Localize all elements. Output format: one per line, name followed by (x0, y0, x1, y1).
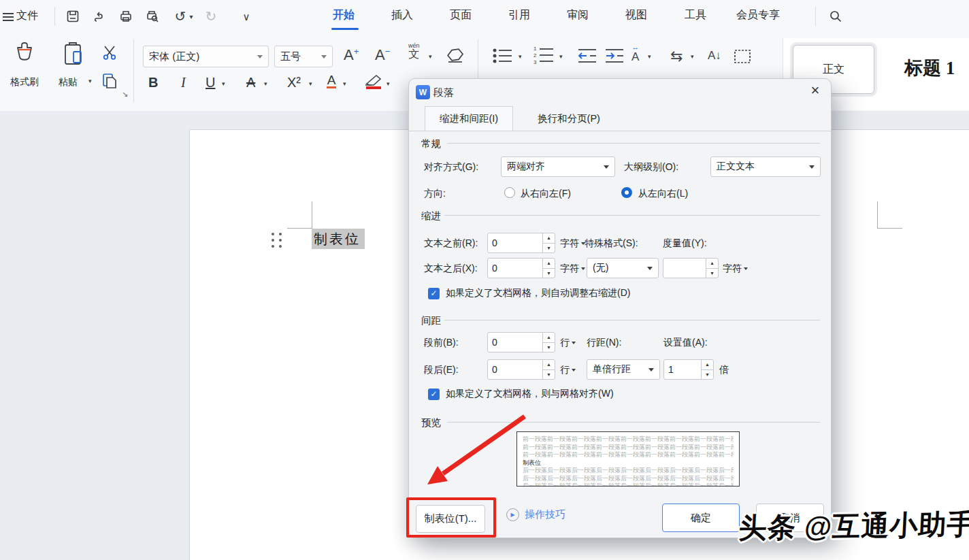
export-pdf-icon[interactable] (90, 7, 109, 26)
bold-icon[interactable]: B (148, 75, 158, 90)
indent-after-value[interactable] (488, 259, 542, 278)
highlight-icon[interactable] (365, 73, 382, 89)
radio-rtl[interactable] (504, 187, 515, 198)
text-direction-icon[interactable]: ⇆ (670, 48, 683, 65)
spin-up-icon[interactable]: ▲ (543, 333, 555, 343)
tab-reference[interactable]: 引用 (508, 8, 530, 22)
underline-icon[interactable]: U (206, 75, 215, 90)
numbered-list-dropdown-icon[interactable]: ▾ (559, 53, 563, 60)
spin-down-icon[interactable]: ▼ (543, 370, 555, 380)
space-after-unit-dropdown[interactable]: 行 (560, 364, 576, 376)
indent-before-unit-dropdown[interactable]: 字符 (560, 237, 585, 250)
spin-up-icon[interactable]: ▲ (543, 233, 555, 244)
space-before-value[interactable] (488, 333, 542, 352)
increase-indent-icon[interactable] (604, 48, 625, 67)
format-painter-label[interactable]: 格式刷 (10, 76, 39, 88)
strikethrough-icon[interactable]: A (246, 75, 255, 90)
superscript-icon[interactable]: X² (287, 75, 301, 90)
radio-ltr[interactable] (621, 187, 632, 198)
undo-dropdown-icon[interactable]: ▾ (186, 7, 196, 26)
phonetic-dropdown-icon[interactable]: ▾ (429, 53, 432, 60)
ok-button[interactable]: 确定 (662, 504, 740, 532)
text-direction-dropdown-icon[interactable]: ▾ (691, 53, 694, 60)
bullet-list-dropdown-icon[interactable]: ▾ (519, 53, 522, 60)
paste-dropdown-icon[interactable]: ▾ (88, 78, 92, 84)
highlight-dropdown-icon[interactable]: ▾ (387, 80, 390, 87)
line-spacing-select[interactable]: 单倍行距 (587, 359, 660, 380)
menu-icon[interactable] (3, 11, 14, 23)
paste-label[interactable]: 粘贴 (59, 76, 78, 88)
style-heading1[interactable]: 标题 1 (904, 56, 955, 80)
indent-after-input[interactable]: ▲▼ (487, 258, 555, 278)
spin-up-icon[interactable]: ▲ (543, 259, 555, 269)
copy-icon[interactable] (101, 72, 118, 93)
auto-adjust-indent-checkbox[interactable]: ✓ 如果定义了文档网格，则自动调整右缩进(D) (428, 287, 630, 299)
spin-down-icon[interactable]: ▼ (706, 269, 718, 278)
tab-review[interactable]: 审阅 (567, 8, 589, 22)
phonetic-guide-icon[interactable]: wén 文 (408, 43, 420, 60)
align-select[interactable]: 两端对齐 (501, 157, 615, 177)
toolbar-more-chevron-icon[interactable]: ∨ (237, 7, 256, 26)
tab-home[interactable]: 开始 (333, 8, 355, 22)
print-icon[interactable] (116, 7, 135, 26)
space-after-value[interactable] (488, 360, 542, 379)
paragraph-drag-handle-icon[interactable] (269, 231, 284, 249)
space-before-unit-dropdown[interactable]: 行 (560, 337, 576, 349)
format-painter-icon[interactable] (14, 41, 39, 71)
outline-select[interactable]: 正文文本 (710, 157, 821, 177)
space-before-input[interactable]: ▲▼ (487, 332, 555, 352)
spin-down-icon[interactable]: ▼ (543, 343, 555, 352)
character-scale-dropdown-icon[interactable]: ▾ (648, 53, 651, 60)
spin-up-icon[interactable]: ▲ (702, 360, 713, 370)
spin-down-icon[interactable]: ▼ (543, 269, 555, 278)
file-menu-button[interactable]: 文件 (16, 9, 38, 23)
spin-up-icon[interactable]: ▲ (706, 259, 718, 269)
italic-icon[interactable]: I (181, 75, 186, 90)
measure-value[interactable] (663, 259, 706, 278)
strikethrough-dropdown-icon[interactable]: ▾ (264, 80, 267, 87)
bullet-list-icon[interactable] (493, 48, 513, 67)
selected-text[interactable]: 制表位 (312, 229, 365, 249)
save-icon[interactable] (63, 7, 82, 26)
redo-icon[interactable]: ↻ (201, 7, 220, 26)
numbered-list-icon[interactable]: 1 2 3 (533, 46, 554, 65)
underline-dropdown-icon[interactable]: ▾ (222, 80, 225, 87)
font-size-select[interactable]: 五号 (274, 46, 333, 67)
close-icon[interactable]: × (806, 82, 824, 99)
font-color-icon[interactable]: A (327, 73, 336, 88)
tab-insert[interactable]: 插入 (391, 8, 413, 22)
character-scale-icon[interactable]: ↔ A (631, 44, 639, 63)
indent-before-input[interactable]: ▲▼ (487, 233, 555, 253)
special-format-select[interactable]: (无) (587, 258, 659, 278)
spin-down-icon[interactable]: ▼ (543, 244, 555, 253)
print-preview-icon[interactable] (143, 7, 162, 26)
indent-before-value[interactable] (488, 233, 542, 252)
font-color-dropdown-icon[interactable]: ▾ (343, 80, 346, 87)
spin-up-icon[interactable]: ▲ (543, 360, 555, 370)
tab-view[interactable]: 视图 (625, 8, 647, 22)
measure-input[interactable]: ▲▼ (663, 258, 719, 278)
indent-after-unit-dropdown[interactable]: 字符 (560, 263, 585, 275)
tab-indent-spacing[interactable]: 缩进和间距(I) (425, 106, 513, 131)
tab-page[interactable]: 页面 (450, 8, 472, 22)
paste-icon[interactable] (61, 41, 86, 71)
tab-line-page-break[interactable]: 换行和分页(P) (518, 106, 620, 131)
tab-member[interactable]: 会员专享 (736, 8, 780, 22)
tips-link[interactable]: ▶ 操作技巧 (506, 508, 565, 521)
borders-icon[interactable] (734, 49, 751, 67)
space-after-input[interactable]: ▲▼ (487, 359, 555, 380)
clear-format-icon[interactable] (446, 46, 465, 67)
tab-tools[interactable]: 工具 (685, 8, 706, 22)
spin-down-icon[interactable]: ▼ (702, 370, 713, 380)
snap-to-grid-checkbox[interactable]: ✓ 如果定义了文档网格，则与网格对齐(W) (428, 388, 614, 400)
sort-icon[interactable]: A↓ (708, 49, 721, 63)
increase-font-icon[interactable]: A+ (344, 46, 359, 64)
search-icon[interactable] (826, 7, 845, 26)
set-value[interactable] (664, 360, 701, 379)
set-value-input[interactable]: ▲▼ (663, 359, 714, 380)
font-name-select[interactable]: 宋体 (正文) (143, 46, 269, 67)
decrease-font-icon[interactable]: A− (375, 46, 390, 64)
superscript-dropdown-icon[interactable]: ▾ (309, 80, 312, 87)
decrease-indent-icon[interactable] (577, 48, 597, 67)
cut-icon[interactable] (101, 44, 118, 64)
